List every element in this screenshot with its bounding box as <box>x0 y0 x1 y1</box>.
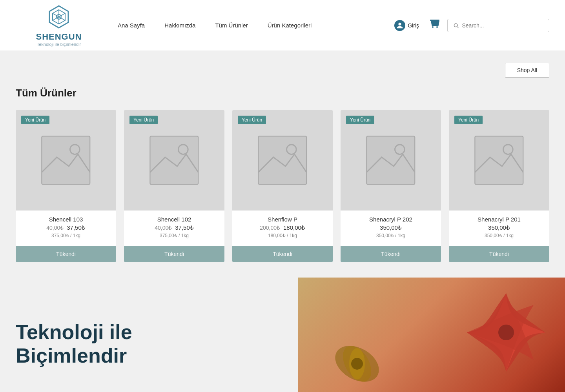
cart-icon[interactable] <box>428 18 441 33</box>
product-price-row-1: 40,00₺ 37,50₺ <box>155 224 194 231</box>
svg-point-21 <box>498 325 514 340</box>
product-info-4: Shenacryl P 201 350,00₺ 350,00₺ / 1kg <box>449 211 549 242</box>
product-price-row-2: 200,00₺ 180,00₺ <box>260 224 305 231</box>
product-price-row-0: 40,00₺ 37,50₺ <box>46 224 86 231</box>
product-name-2: Shenflow P <box>268 216 297 223</box>
price-new-2: 180,00₺ <box>283 224 305 231</box>
price-per-0: 375,00₺ / 1kg <box>51 233 80 238</box>
product-name-1: Shencell 102 <box>157 216 191 223</box>
nav-categories[interactable]: Ürün Kategorileri <box>268 22 312 29</box>
nav-links: Ana Sayfa Hakkımızda Tüm Ürünler Ürün Ka… <box>118 22 394 29</box>
price-old-0: 40,00₺ <box>46 225 64 231</box>
product-price-row-4: 350,00₺ <box>488 224 510 231</box>
product-image-wrap-3: Yeni Ürün <box>341 110 441 211</box>
product-name-3: Shenacryl P 202 <box>369 216 412 223</box>
price-new-4: 350,00₺ <box>488 224 510 231</box>
bottom-section: Teknoloji ile Biçimlendir <box>0 278 565 392</box>
price-new-0: 37,50₺ <box>67 224 86 231</box>
product-image-wrap-2: Yeni Ürün <box>232 110 333 211</box>
product-price-row-3: 350,00₺ <box>380 224 402 231</box>
bottom-heading: Teknoloji ile Biçimlendir <box>16 321 132 368</box>
logo-tagline: Teknoloji ile biçimlendir <box>37 42 81 47</box>
product-image-wrap-0: Yeni Ürün <box>16 110 116 211</box>
nav-about[interactable]: Hakkımızda <box>164 22 195 29</box>
new-badge-1: Yeni Ürün <box>129 116 158 124</box>
sold-out-btn-1[interactable]: Tükendi <box>124 246 224 262</box>
svg-point-25 <box>351 358 363 370</box>
bottom-text: Teknoloji ile Biçimlendir <box>0 278 298 392</box>
product-info-1: Shencell 102 40,00₺ 37,50₺ 375,00₺ / 1kg <box>124 211 224 242</box>
product-info-2: Shenflow P 200,00₺ 180,00₺ 180,00₺ / 1kg <box>232 211 333 242</box>
product-placeholder-img-0 <box>36 130 96 191</box>
price-per-3: 350,00₺ / 1kg <box>376 233 405 238</box>
svg-point-8 <box>436 26 438 28</box>
shell-decoration <box>322 328 392 392</box>
price-old-1: 40,00₺ <box>155 225 172 231</box>
nav-all-products[interactable]: Tüm Ürünler <box>215 22 248 29</box>
sold-out-btn-3[interactable]: Tükendi <box>341 246 441 262</box>
product-image-wrap-4: Yeni Ürün <box>449 110 549 211</box>
product-card-4[interactable]: Yeni Ürün Shenacryl P 201 350,00₺ 350,00… <box>449 110 549 262</box>
product-name-4: Shenacryl P 201 <box>478 216 521 223</box>
svg-rect-13 <box>150 136 199 185</box>
price-per-1: 375,00₺ / 1kg <box>160 233 189 238</box>
header: SHENGUN Teknoloji ile biçimlendir Ana Sa… <box>0 0 565 51</box>
product-card-1[interactable]: Yeni Ürün Shencell 102 40,00₺ 37,50₺ 375… <box>124 110 224 262</box>
new-badge-4: Yeni Ürün <box>454 116 483 124</box>
logo-area[interactable]: SHENGUN Teknoloji ile biçimlendir <box>16 4 102 47</box>
product-card-0[interactable]: Yeni Ürün Shencell 103 40,00₺ 37,50₺ 375… <box>16 110 116 262</box>
search-input[interactable] <box>462 22 543 29</box>
starfish-decoration <box>455 281 557 383</box>
user-label: Giriş <box>408 22 419 29</box>
bottom-heading-line2: Biçimlendir <box>16 344 127 367</box>
price-per-4: 350,00₺ / 1kg <box>485 233 514 238</box>
svg-rect-11 <box>42 136 90 185</box>
search-icon <box>453 22 459 29</box>
header-right: Giriş <box>394 18 549 33</box>
svg-rect-15 <box>259 136 307 185</box>
user-area[interactable]: Giriş <box>394 20 419 31</box>
bottom-heading-line1: Teknoloji ile <box>16 321 132 343</box>
shop-all-button[interactable]: Shop All <box>505 63 549 78</box>
main-content: Shop All Tüm Ürünler Yeni Ürün Shencell … <box>0 51 565 278</box>
price-old-2: 200,00₺ <box>260 225 280 231</box>
product-placeholder-img-3 <box>361 130 421 191</box>
nav-home[interactable]: Ana Sayfa <box>118 22 145 29</box>
shop-all-row: Shop All <box>16 63 549 78</box>
product-card-2[interactable]: Yeni Ürün Shenflow P 200,00₺ 180,00₺ 180… <box>232 110 333 262</box>
user-icon <box>394 20 405 31</box>
product-image-wrap-1: Yeni Ürün <box>124 110 224 211</box>
price-new-3: 350,00₺ <box>380 224 402 231</box>
new-badge-0: Yeni Ürün <box>21 116 49 124</box>
svg-line-10 <box>457 27 458 28</box>
product-card-3[interactable]: Yeni Ürün Shenacryl P 202 350,00₺ 350,00… <box>341 110 441 262</box>
new-badge-3: Yeni Ürün <box>346 116 374 124</box>
product-name-0: Shencell 103 <box>49 216 83 223</box>
svg-rect-19 <box>475 136 523 185</box>
bottom-image <box>298 278 565 392</box>
product-placeholder-img-1 <box>144 130 204 191</box>
new-badge-2: Yeni Ürün <box>238 116 266 124</box>
sold-out-btn-0[interactable]: Tükendi <box>16 246 116 262</box>
products-grid: Yeni Ürün Shencell 103 40,00₺ 37,50₺ 375… <box>16 110 549 262</box>
product-info-3: Shenacryl P 202 350,00₺ 350,00₺ / 1kg <box>341 211 441 242</box>
svg-point-9 <box>454 24 457 27</box>
product-info-0: Shencell 103 40,00₺ 37,50₺ 375,00₺ / 1kg <box>16 211 116 242</box>
svg-point-7 <box>432 26 434 28</box>
product-placeholder-img-2 <box>252 130 313 191</box>
logo-icon <box>46 4 71 29</box>
svg-rect-17 <box>367 136 415 185</box>
logo-name: SHENGUN <box>36 32 82 42</box>
price-per-2: 180,00₺ / 1kg <box>268 233 297 238</box>
svg-rect-6 <box>430 20 439 21</box>
price-new-1: 37,50₺ <box>175 224 194 231</box>
sold-out-btn-2[interactable]: Tükendi <box>232 246 333 262</box>
search-bar[interactable] <box>447 19 549 32</box>
product-placeholder-img-4 <box>469 130 529 191</box>
section-title: Tüm Ürünler <box>16 87 549 99</box>
sold-out-btn-4[interactable]: Tükendi <box>449 246 549 262</box>
